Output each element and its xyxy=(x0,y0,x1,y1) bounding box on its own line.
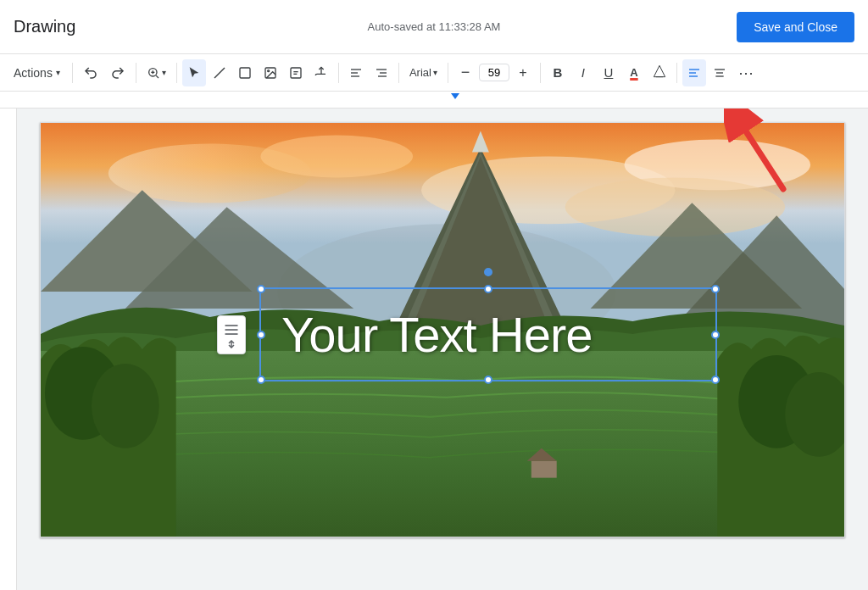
redo-button[interactable] xyxy=(105,59,131,86)
toolbar: Actions ▾ ▾ xyxy=(0,54,868,92)
text-box-selection[interactable]: Your Text Here xyxy=(259,287,717,381)
svg-rect-7 xyxy=(291,68,301,78)
undo-button[interactable] xyxy=(78,59,103,86)
autosave-status: Auto-saved at 11:33:28 AM xyxy=(368,20,501,33)
toolbar-divider-3 xyxy=(176,63,177,83)
paragraph-align-center-button[interactable] xyxy=(708,59,732,86)
toolbar-divider-2 xyxy=(136,63,136,83)
zoom-button[interactable]: ▾ xyxy=(142,59,171,86)
toolbar-divider-6 xyxy=(448,63,448,83)
font-select-button[interactable]: Arial ▾ xyxy=(404,59,442,86)
svg-rect-4 xyxy=(240,68,250,78)
line-tool-button[interactable] xyxy=(208,59,231,86)
toolbar-divider-1 xyxy=(72,63,73,83)
canvas-area: Your Text Here xyxy=(0,109,868,590)
handle-middle-right[interactable] xyxy=(711,331,720,339)
canvas-wrapper: Your Text Here xyxy=(17,109,868,590)
align-left-button[interactable] xyxy=(344,59,368,86)
left-ruler xyxy=(0,109,17,590)
handle-rotate[interactable] xyxy=(484,268,492,276)
select-tool-button[interactable] xyxy=(182,59,206,86)
text-color-button[interactable]: A xyxy=(622,59,646,86)
align-right-button[interactable] xyxy=(370,59,393,86)
handle-bottom-left[interactable] xyxy=(257,376,265,384)
save-close-button[interactable]: Save and Close xyxy=(737,12,854,42)
italic-button[interactable]: I xyxy=(571,59,595,86)
font-size-increase-button[interactable]: + xyxy=(511,61,535,85)
toolbar-divider-7 xyxy=(540,63,541,83)
font-dropdown-icon: ▾ xyxy=(433,68,437,77)
text-align-widget[interactable] xyxy=(217,315,246,354)
align-arrows-icon xyxy=(225,340,237,348)
toolbar-divider-5 xyxy=(398,63,399,83)
text-box-container[interactable]: Your Text Here xyxy=(259,287,717,381)
underline-button[interactable]: U xyxy=(597,59,620,86)
bold-button[interactable]: B xyxy=(546,59,570,86)
handle-top-left[interactable] xyxy=(257,285,265,293)
actions-dropdown-icon: ▾ xyxy=(56,68,60,77)
shape-tool-button[interactable] xyxy=(233,59,257,86)
font-size-input[interactable] xyxy=(479,64,509,81)
actions-label: Actions xyxy=(14,66,53,80)
font-size-decrease-button[interactable]: − xyxy=(453,61,477,85)
toolbar-divider-8 xyxy=(676,63,677,83)
paint-tool-button[interactable] xyxy=(309,59,333,86)
handle-top-right[interactable] xyxy=(711,285,720,293)
handle-bottom-middle[interactable] xyxy=(484,376,492,384)
ruler-indicator xyxy=(451,93,459,99)
handle-top-middle[interactable] xyxy=(484,285,492,293)
toolbar-divider-4 xyxy=(338,63,339,83)
handle-bottom-right[interactable] xyxy=(711,376,720,384)
more-icon: ⋯ xyxy=(738,64,754,82)
handle-middle-left[interactable] xyxy=(257,331,265,339)
highlight-color-button[interactable] xyxy=(648,59,671,86)
textbox-tool-button[interactable] xyxy=(284,59,308,86)
ruler-inner xyxy=(42,92,868,108)
canvas-text[interactable]: Your Text Here xyxy=(281,306,695,363)
image-tool-button[interactable] xyxy=(259,59,282,86)
font-size-control: − + xyxy=(453,61,535,85)
font-name: Arial xyxy=(409,66,431,79)
paragraph-align-left-button[interactable] xyxy=(682,59,706,86)
header: Drawing Auto-saved at 11:33:28 AM Save a… xyxy=(0,0,868,54)
more-options-button[interactable]: ⋯ xyxy=(733,59,760,86)
app-title: Drawing xyxy=(14,17,75,36)
actions-menu-button[interactable]: Actions ▾ xyxy=(7,59,67,86)
zoom-dropdown-icon: ▾ xyxy=(162,68,166,77)
drawing-canvas[interactable]: Your Text Here xyxy=(40,122,845,537)
align-widget-icon xyxy=(223,321,240,338)
ruler xyxy=(0,92,868,109)
svg-point-6 xyxy=(268,70,270,71)
svg-line-3 xyxy=(214,68,225,78)
